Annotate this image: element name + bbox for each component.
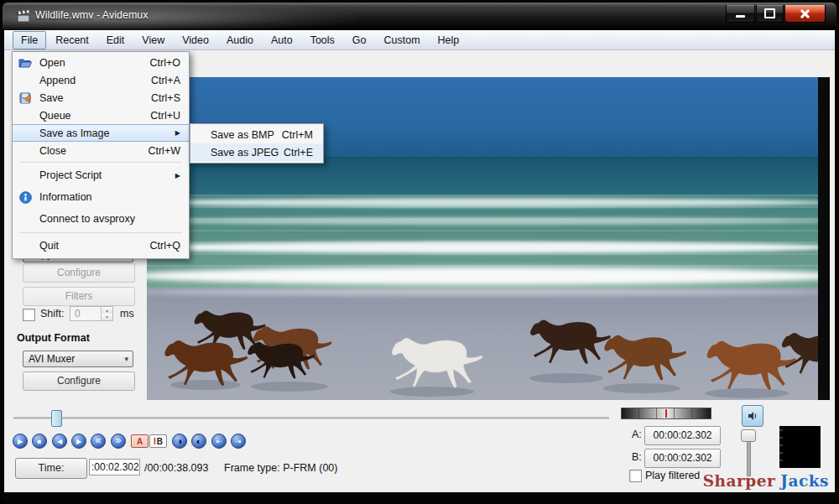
menu-custom[interactable]: Custom xyxy=(376,31,429,49)
submenu-arrow-icon: ▶ xyxy=(175,129,180,137)
mute-button[interactable] xyxy=(742,405,763,427)
menu-auto[interactable]: Auto xyxy=(263,31,301,49)
menu-separator xyxy=(19,232,182,233)
menu-item-label: Save as JPEG xyxy=(211,147,279,158)
next-keyframe-button[interactable]: » xyxy=(111,434,126,449)
menu-item-label: Connect to avsproxy xyxy=(39,213,135,225)
frame-type-label: Frame type: P-FRM (00) xyxy=(224,462,337,474)
save-as-image-submenu: Save as BMP Ctrl+M Save as JPEG Ctrl+E xyxy=(190,123,324,164)
marker-b-button[interactable]: IB xyxy=(149,434,167,448)
foam-band xyxy=(147,198,818,207)
screen: Wildlife.wmv - Avidemux File Recent Edit… xyxy=(0,0,839,504)
shift-unit-label: ms xyxy=(120,308,134,320)
filters-button[interactable]: Filters xyxy=(23,287,135,306)
vu-meter xyxy=(779,426,821,468)
menu-edit[interactable]: Edit xyxy=(98,31,133,49)
menu-item-queue[interactable]: Queue Ctrl+U xyxy=(13,107,189,124)
previous-keyframe-button[interactable]: « xyxy=(91,434,106,449)
volume-slider-handle[interactable] xyxy=(741,429,756,442)
chevron-down-icon: ▾ xyxy=(124,351,128,367)
menu-item-label: Save as BMP xyxy=(211,129,274,141)
menu-item-save-as-jpeg[interactable]: Save as JPEG Ctrl+E xyxy=(190,143,323,161)
shift-label: Shift: xyxy=(40,308,65,320)
muxer-dropdown[interactable]: AVI Muxer ▾ xyxy=(23,351,133,367)
menu-item-label: Project Script xyxy=(39,169,102,181)
title-bar[interactable]: Wildlife.wmv - Avidemux xyxy=(3,3,836,30)
menu-item-project-script[interactable]: Project Script ▶ xyxy=(13,164,189,186)
shift-spinbox[interactable]: 0 ▴ ▾ xyxy=(70,306,113,321)
menu-item-shortcut: Ctrl+A xyxy=(151,75,180,86)
next-keyframe-icon: » xyxy=(116,435,122,445)
menu-separator xyxy=(19,162,182,163)
shift-checkbox[interactable] xyxy=(23,309,35,321)
menu-recent[interactable]: Recent xyxy=(47,31,97,49)
menu-item-label: Close xyxy=(39,145,66,157)
next-frame-icon: ▶ xyxy=(76,438,81,445)
menu-item-label: Information xyxy=(39,191,92,203)
menu-video[interactable]: Video xyxy=(174,31,217,49)
close-icon xyxy=(800,9,810,18)
output-configure-button[interactable]: Configure xyxy=(23,372,135,391)
spin-down-icon[interactable]: ▾ xyxy=(102,314,112,320)
menu-bar: File Recent Edit View Video Audio Auto T… xyxy=(4,30,835,50)
submenu-arrow-icon: ▶ xyxy=(175,172,180,179)
muxer-dropdown-value: AVI Muxer xyxy=(29,353,75,365)
next-black-frame-icon: ◐ xyxy=(196,436,202,446)
seek-slider-handle[interactable] xyxy=(51,410,62,427)
last-frame-button[interactable]: ⇥ xyxy=(231,434,246,449)
video-right-border xyxy=(818,77,830,400)
menu-item-append[interactable]: Append Ctrl+A xyxy=(13,71,189,89)
marker-b-icon: B xyxy=(157,437,163,446)
menu-go[interactable]: Go xyxy=(344,31,375,49)
maximize-button[interactable] xyxy=(756,5,784,23)
marker-a-label: A: xyxy=(632,429,642,440)
menu-item-shortcut: Ctrl+S xyxy=(151,92,180,104)
file-menu-popup: Open Ctrl+O Append Ctrl+A Save Ctrl+S Qu… xyxy=(12,51,190,259)
previous-black-frame-button[interactable]: ◑ xyxy=(172,434,187,449)
foam-band xyxy=(147,217,818,225)
menu-view[interactable]: View xyxy=(133,31,173,49)
minimize-button[interactable] xyxy=(726,5,755,23)
last-frame-icon: ⇥ xyxy=(236,438,242,445)
menu-item-quit[interactable]: Quit Ctrl+Q xyxy=(13,235,189,257)
stop-button[interactable]: ■ xyxy=(32,434,47,449)
watermark: SharperJacks xyxy=(703,472,829,490)
first-frame-button[interactable]: ⇤ xyxy=(211,434,227,449)
menu-item-open[interactable]: Open Ctrl+O xyxy=(13,54,189,71)
output-format-heading: Output Format xyxy=(17,332,90,344)
next-frame-button[interactable]: ▶ xyxy=(71,434,86,449)
play-icon: ▶ xyxy=(18,438,23,445)
menu-item-information[interactable]: Information xyxy=(13,186,189,208)
play-button[interactable]: ▶ xyxy=(13,434,28,449)
minimize-icon xyxy=(736,15,745,18)
marker-b-label: B: xyxy=(632,451,642,463)
time-button[interactable]: Time: xyxy=(15,458,87,479)
menu-item-label: Append xyxy=(39,75,76,86)
menu-item-save[interactable]: Save Ctrl+S xyxy=(13,89,189,107)
menu-item-save-as-bmp[interactable]: Save as BMP Ctrl+M xyxy=(190,126,323,143)
menu-file[interactable]: File xyxy=(13,31,46,49)
marker-a-button[interactable]: A xyxy=(131,434,149,448)
video-configure-button[interactable]: Configure xyxy=(23,263,135,283)
menu-tools[interactable]: Tools xyxy=(302,31,343,49)
previous-frame-button[interactable]: ◀ xyxy=(52,434,67,449)
jog-shuttle[interactable] xyxy=(621,408,711,419)
menu-item-save-as-image[interactable]: Save as Image ▶ xyxy=(13,124,189,142)
watermark-word1: Sharper xyxy=(703,472,776,490)
menu-help[interactable]: Help xyxy=(430,31,468,49)
next-black-frame-button[interactable]: ◐ xyxy=(191,434,206,449)
previous-frame-icon: ◀ xyxy=(57,438,62,445)
menu-audio[interactable]: Audio xyxy=(218,31,262,49)
time-input[interactable]: :00:02.302 xyxy=(89,459,140,475)
menu-item-connect-avsproxy[interactable]: Connect to avsproxy xyxy=(13,208,189,230)
menu-item-close[interactable]: Close Ctrl+W xyxy=(13,142,189,159)
close-button[interactable] xyxy=(784,5,826,23)
spinner-arrows[interactable]: ▴ ▾ xyxy=(101,307,112,320)
avidemux-window: Wildlife.wmv - Avidemux File Recent Edit… xyxy=(0,0,839,504)
play-filtered-checkbox[interactable] xyxy=(629,470,642,482)
save-disk-icon xyxy=(18,91,33,105)
foam-band xyxy=(147,242,818,253)
previous-black-frame-icon: ◑ xyxy=(177,436,183,446)
spin-up-icon[interactable]: ▴ xyxy=(102,307,112,314)
seek-slider-track[interactable] xyxy=(13,417,609,420)
